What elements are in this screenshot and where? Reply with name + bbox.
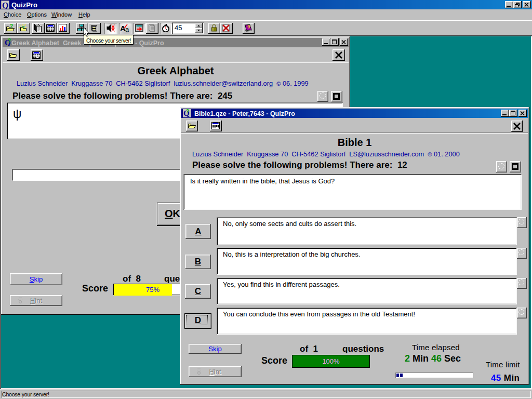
svg-text:?: ? [22,25,25,30]
svg-text:Q: Q [2,1,8,9]
svg-text:?: ? [8,38,11,44]
svg-text:?: ? [10,24,13,29]
svg-text:?: ? [247,24,250,30]
svg-text:?: ? [186,109,189,114]
